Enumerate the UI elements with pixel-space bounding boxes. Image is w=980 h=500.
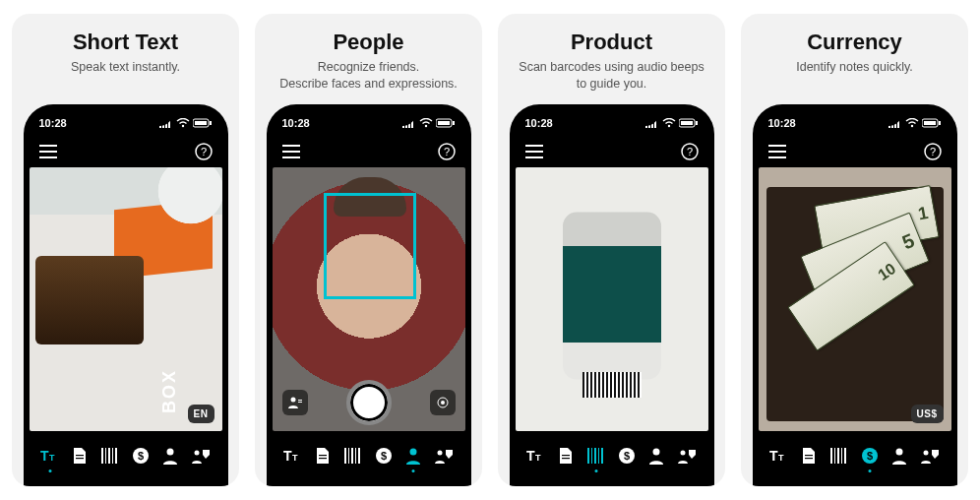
svg-rect-26: [203, 450, 210, 455]
mode-document[interactable]: [312, 445, 334, 467]
svg-rect-104: [834, 448, 835, 464]
svg-point-24: [167, 449, 174, 456]
svg-rect-47: [319, 455, 327, 456]
battery-icon: [922, 118, 942, 128]
svg-text:T: T: [778, 453, 784, 463]
image-can: [563, 213, 661, 380]
notch: [565, 104, 659, 126]
mode-person[interactable]: [159, 445, 181, 467]
svg-point-83: [653, 449, 660, 456]
svg-text:$: $: [867, 450, 873, 462]
svg-point-40: [290, 398, 295, 403]
mode-person[interactable]: [402, 445, 424, 467]
notch: [79, 104, 173, 126]
mode-scene[interactable]: [919, 445, 941, 467]
wifi-icon: [905, 118, 919, 128]
help-icon[interactable]: ?: [438, 143, 456, 160]
svg-point-44: [441, 401, 445, 405]
mode-document[interactable]: [798, 445, 820, 467]
add-person-icon[interactable]: [282, 390, 308, 415]
mode-product[interactable]: [99, 445, 121, 467]
svg-rect-106: [841, 448, 842, 464]
card-subtitle: Scan barcodes using audio beeps to guide…: [508, 59, 715, 94]
mode-currency[interactable]: $: [616, 445, 638, 467]
battery-icon: [679, 118, 699, 128]
mode-document[interactable]: [555, 445, 577, 467]
mode-currency[interactable]: $: [130, 445, 152, 467]
mode-bar: TT $: [516, 431, 708, 486]
svg-rect-80: [601, 448, 603, 464]
svg-rect-69: [525, 156, 543, 158]
mode-document[interactable]: [69, 445, 91, 467]
mode-person[interactable]: [888, 445, 910, 467]
mode-scene[interactable]: [433, 445, 455, 467]
language-badge[interactable]: EN: [188, 405, 214, 423]
svg-rect-52: [355, 448, 356, 464]
svg-point-84: [681, 451, 686, 456]
wifi-icon: [419, 118, 433, 128]
card-subtitle: Identify notes quickly.: [790, 59, 919, 94]
currency-badge[interactable]: US$: [911, 405, 944, 423]
svg-rect-15: [76, 455, 84, 456]
hamburger-menu-icon[interactable]: [282, 143, 300, 160]
svg-point-111: [924, 451, 929, 456]
svg-rect-49: [344, 448, 346, 464]
card-subtitle: Recognize friends. Describe faces and ex…: [274, 59, 463, 94]
help-icon[interactable]: ?: [195, 143, 213, 160]
notch: [322, 104, 416, 126]
svg-rect-9: [39, 151, 57, 153]
svg-rect-103: [830, 448, 832, 464]
svg-rect-65: [681, 121, 693, 125]
card-title: Product: [571, 30, 652, 55]
shutter-button[interactable]: [346, 380, 392, 425]
svg-rect-37: [282, 156, 300, 158]
face-settings-icon[interactable]: [430, 390, 456, 415]
mode-person[interactable]: [645, 445, 667, 467]
hamburger-menu-icon[interactable]: [525, 143, 543, 160]
notch: [808, 104, 902, 126]
svg-rect-33: [438, 121, 450, 125]
phone-mockup: 10:28 ? TT $: [267, 104, 471, 486]
svg-rect-92: [924, 121, 936, 125]
mode-product[interactable]: [342, 445, 364, 467]
svg-rect-77: [591, 448, 592, 464]
svg-text:T: T: [49, 453, 55, 463]
svg-rect-20: [112, 448, 113, 464]
battery-icon: [193, 118, 213, 128]
svg-rect-48: [319, 458, 327, 459]
svg-rect-112: [932, 450, 939, 455]
mode-short-text[interactable]: TT: [39, 445, 61, 467]
svg-point-25: [195, 451, 200, 456]
mode-product[interactable]: [585, 445, 607, 467]
svg-rect-101: [805, 455, 813, 456]
svg-text:T: T: [769, 448, 778, 464]
mode-short-text[interactable]: TT: [768, 445, 790, 467]
svg-rect-58: [446, 450, 453, 455]
battery-icon: [436, 118, 456, 128]
svg-rect-79: [598, 448, 599, 464]
phone-mockup: 10:28 ? 1 5 10 US$ TT $: [753, 104, 957, 486]
mode-product[interactable]: [828, 445, 850, 467]
mode-currency[interactable]: $: [373, 445, 395, 467]
help-icon[interactable]: ?: [924, 143, 942, 160]
svg-rect-74: [562, 455, 570, 456]
card-title: Short Text: [73, 30, 178, 55]
hamburger-menu-icon[interactable]: [768, 143, 786, 160]
svg-text:?: ?: [443, 146, 449, 157]
mode-scene[interactable]: [190, 445, 212, 467]
svg-rect-16: [76, 458, 84, 459]
mode-currency[interactable]: $: [859, 445, 881, 467]
mode-scene[interactable]: [676, 445, 698, 467]
mode-short-text[interactable]: TT: [525, 445, 547, 467]
svg-rect-51: [351, 448, 353, 464]
wifi-icon: [662, 118, 676, 128]
svg-rect-53: [358, 448, 360, 464]
svg-rect-66: [696, 121, 698, 125]
help-icon[interactable]: ?: [681, 143, 699, 160]
svg-point-56: [410, 449, 417, 456]
screenshot-card-people: People Recognize friends. Describe faces…: [255, 14, 482, 486]
hamburger-menu-icon[interactable]: [39, 143, 57, 160]
mode-short-text[interactable]: TT: [282, 445, 304, 467]
camera-viewfinder: BOX EN: [30, 167, 222, 431]
svg-rect-42: [298, 402, 302, 403]
